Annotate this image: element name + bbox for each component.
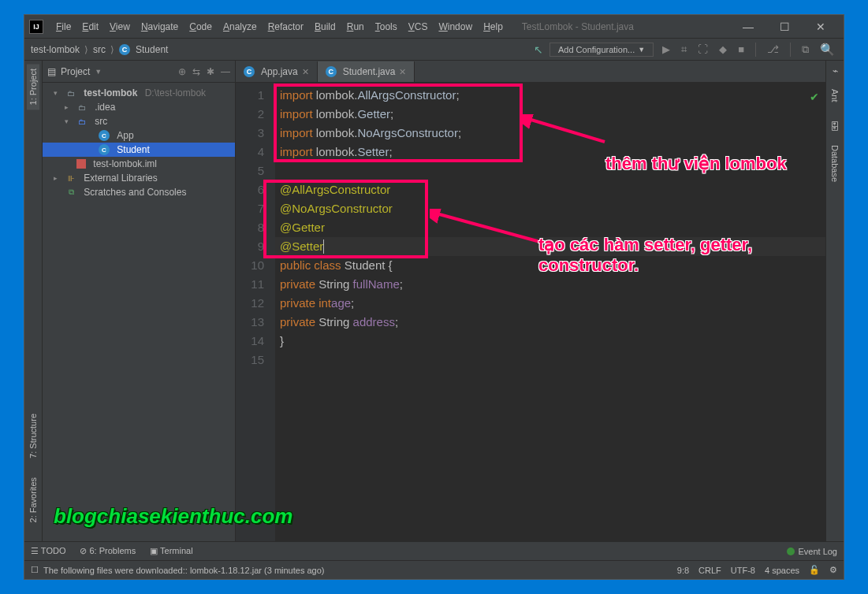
favorites-tool-tab[interactable]: 2: Favorites — [27, 473, 39, 527]
project-panel-title[interactable]: Project — [61, 66, 90, 77]
menu-refactor[interactable]: Refactor — [263, 19, 308, 35]
profile-icon[interactable]: ◆ — [717, 43, 729, 55]
readonly-lock-icon[interactable]: 🔓 — [809, 565, 820, 575]
main-menu: FileEditViewNavigateCodeAnalyzeRefactorB… — [51, 19, 508, 35]
code-line[interactable]: private String address; — [275, 313, 825, 332]
select-opened-file-icon[interactable]: ⊕ — [178, 66, 186, 77]
code-line[interactable]: import lombok.AllArgsConstructor; — [275, 86, 825, 105]
project-tool-tab[interactable]: 1: Project — [27, 64, 39, 110]
menu-tools[interactable]: Tools — [371, 19, 402, 35]
tree-class-app[interactable]: C App — [43, 128, 235, 143]
coverage-icon[interactable]: ⛶ — [695, 43, 710, 55]
class-icon: C — [119, 44, 130, 55]
tree-root[interactable]: ▾🗀 test-lombok D:\test-lombok — [43, 86, 235, 100]
file-encoding[interactable]: UTF-8 — [731, 566, 755, 575]
expand-all-icon[interactable]: ⇆ — [192, 66, 200, 77]
vcs-icon[interactable]: ⎇ — [765, 43, 781, 55]
code-line[interactable]: @Setter — [275, 237, 825, 256]
tree-folder-src[interactable]: ▾🗀 src — [43, 114, 235, 128]
memory-indicator-icon[interactable]: ⚙ — [829, 565, 837, 575]
menu-view[interactable]: View — [105, 19, 135, 35]
stop-icon[interactable]: ■ — [736, 43, 747, 55]
debug-icon[interactable]: ⌗ — [679, 43, 689, 56]
tree-folder-idea[interactable]: ▸🗀 .idea — [43, 100, 235, 114]
terminal-tab[interactable]: ▣ Terminal — [150, 546, 192, 556]
editor-area: CApp.java✕CStudent.java✕ 123456789101112… — [236, 61, 825, 541]
folder-icon: 🗀 — [76, 102, 88, 113]
minimize-button[interactable]: — — [730, 16, 766, 38]
menu-build[interactable]: Build — [310, 19, 341, 35]
code-line[interactable] — [275, 351, 825, 369]
run-icon[interactable]: ▶ — [660, 43, 672, 55]
code-line[interactable]: import lombok.Setter; — [275, 143, 825, 161]
window-controls: — ☐ ✕ — [730, 16, 839, 38]
code-editor[interactable]: 123456789101112131415 ✔ import lombok.Al… — [236, 83, 825, 541]
app-logo-icon: IJ — [29, 20, 43, 34]
left-tool-stripe: 1: Project 7: Structure 2: Favorites — [24, 61, 43, 541]
tree-external-libs[interactable]: ▸⊪ External Libraries — [43, 171, 235, 185]
todo-tab[interactable]: ☰ TODO — [31, 546, 65, 556]
close-button[interactable]: ✕ — [803, 16, 839, 38]
iml-icon — [76, 159, 86, 169]
code-line[interactable]: public class Student { — [275, 256, 825, 275]
database-tool-tab[interactable]: Database — [829, 140, 841, 187]
editor-tab[interactable]: CStudent.java✕ — [318, 61, 415, 82]
tree-iml-file[interactable]: test-lombok.iml — [43, 157, 235, 171]
search-everywhere-icon[interactable]: ⧉ — [799, 43, 811, 56]
tree-class-student[interactable]: C Student — [43, 143, 235, 157]
tab-close-icon[interactable]: ✕ — [302, 67, 309, 77]
settings-icon[interactable]: ✱ — [207, 66, 214, 77]
menu-help[interactable]: Help — [479, 19, 508, 35]
menu-run[interactable]: Run — [342, 19, 369, 35]
class-icon: C — [244, 66, 255, 77]
run-config-label: Add Configuration... — [558, 45, 635, 54]
structure-tool-tab[interactable]: 7: Structure — [27, 409, 39, 463]
menu-file[interactable]: File — [51, 19, 76, 35]
menu-edit[interactable]: Edit — [77, 19, 103, 35]
code-line[interactable]: @Getter — [275, 218, 825, 237]
editor-tabs: CApp.java✕CStudent.java✕ — [236, 61, 825, 83]
menu-window[interactable]: Window — [434, 19, 477, 35]
ant-tool-tab[interactable]: Ant — [829, 84, 841, 107]
editor-tab[interactable]: CApp.java✕ — [236, 61, 318, 82]
code-line[interactable] — [275, 161, 825, 180]
run-configuration-dropdown[interactable]: Add Configuration...▼ — [549, 43, 654, 57]
hide-icon[interactable]: — — [221, 66, 230, 77]
tree-scratches[interactable]: ⧉ Scratches and Consoles — [43, 185, 235, 199]
problems-tab[interactable]: ⊘ 6: Problems — [80, 546, 136, 556]
breadcrumb-item[interactable]: test-lombok — [31, 44, 80, 55]
breadcrumb-item[interactable]: src — [93, 44, 106, 55]
indent-info[interactable]: 4 spaces — [765, 566, 799, 575]
build-icon[interactable]: ↖ — [534, 43, 543, 56]
menu-navigate[interactable]: Navigate — [136, 19, 183, 35]
code-line[interactable]: } — [275, 332, 825, 351]
search-icon[interactable]: 🔍 — [818, 43, 837, 57]
tab-label: Student.java — [343, 66, 396, 77]
code-line[interactable]: import lombok.NoArgsConstructor; — [275, 124, 825, 143]
maximize-button[interactable]: ☐ — [766, 16, 803, 38]
code-line[interactable]: import lombok.Getter; — [275, 105, 825, 124]
code-line[interactable]: private String fullName; — [275, 275, 825, 294]
class-icon: C — [326, 66, 337, 77]
folder-icon: 🗀 — [76, 116, 88, 127]
right-tool-stripe: ⌁ Ant 🗄 Database — [825, 61, 844, 541]
status-icon[interactable]: ☐ — [31, 565, 39, 575]
main-area: 1: Project 7: Structure 2: Favorites ▤ P… — [24, 61, 844, 541]
database-icon: 🗄 — [830, 121, 840, 132]
project-view-icon: ▤ — [47, 66, 56, 77]
code-content[interactable]: ✔ import lombok.AllArgsConstructor;impor… — [275, 83, 825, 541]
event-log-tab[interactable]: Event Log — [787, 547, 837, 556]
folder-icon: 🗀 — [65, 87, 76, 98]
menu-analyze[interactable]: Analyze — [218, 19, 262, 35]
tab-close-icon[interactable]: ✕ — [399, 67, 406, 77]
breadcrumb-item[interactable]: Student — [136, 44, 168, 55]
code-line[interactable]: @AllArgsConstructor — [275, 180, 825, 199]
line-separator[interactable]: CRLF — [698, 566, 721, 575]
code-line[interactable]: private int age; — [275, 294, 825, 313]
code-line[interactable]: @NoArgsConstructor — [275, 199, 825, 218]
menu-code[interactable]: Code — [184, 19, 217, 35]
scratches-icon: ⧉ — [65, 187, 76, 198]
menu-vcs[interactable]: VCS — [404, 19, 433, 35]
project-panel-header: ▤ Project ▼ ⊕ ⇆ ✱ — — [43, 61, 235, 83]
caret-position[interactable]: 9:8 — [677, 566, 689, 575]
